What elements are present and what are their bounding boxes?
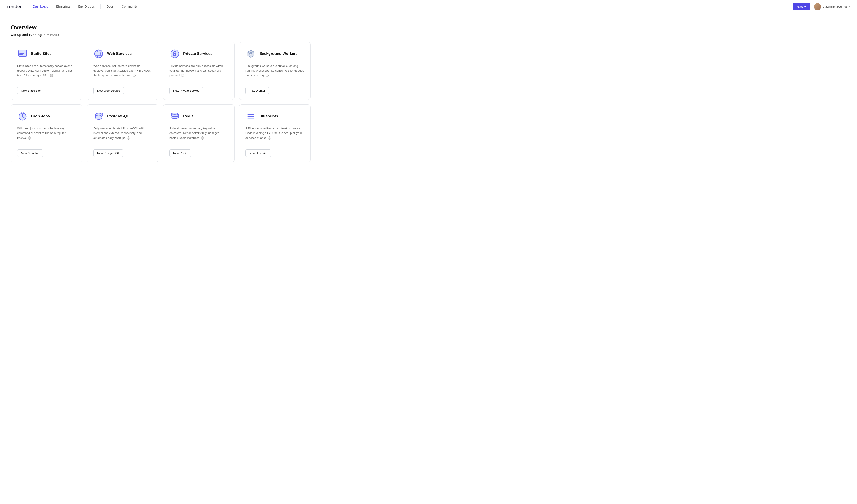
main-content: Overview Get up and running in minutes S… bbox=[0, 13, 321, 181]
btn-background-workers[interactable]: New Worker bbox=[246, 87, 269, 94]
new-button[interactable]: New + bbox=[792, 3, 810, 11]
icon-postgres bbox=[93, 111, 104, 122]
navbar: render DashboardBlueprintsEnv GroupsDocs… bbox=[0, 0, 857, 13]
card-title-redis: Redis bbox=[183, 114, 194, 118]
info-icon-background-workers[interactable]: ⓘ bbox=[266, 74, 269, 77]
card-private-services: Private Services Private services are on… bbox=[163, 42, 235, 100]
page-title: Overview bbox=[11, 24, 311, 31]
svg-rect-26 bbox=[247, 118, 254, 119]
user-area[interactable]: thawkin3@byu.net ▾ bbox=[814, 3, 850, 10]
svg-rect-24 bbox=[247, 114, 254, 115]
card-desc-cron-jobs: With cron jobs you can schedule any comm… bbox=[17, 126, 76, 144]
icon-web bbox=[93, 48, 104, 59]
chevron-down-icon: ▾ bbox=[848, 5, 850, 8]
card-header-background-workers: Background Workers bbox=[246, 48, 304, 59]
icon-cron bbox=[17, 111, 28, 122]
svg-point-16 bbox=[22, 116, 23, 117]
card-desc-web-services: Web services include zero-downtime deplo… bbox=[93, 64, 152, 82]
card-desc-static-sites: Static sites are automatically served ov… bbox=[17, 64, 76, 82]
btn-redis[interactable]: New Redis bbox=[169, 150, 191, 157]
card-postgresql: PostgreSQL Fully-managed hosted PostgreS… bbox=[87, 104, 158, 162]
icon-blueprints bbox=[246, 111, 256, 122]
btn-private-services[interactable]: New Private Service bbox=[169, 87, 203, 94]
nav-link-blueprints[interactable]: Blueprints bbox=[52, 0, 74, 13]
nav-link-docs[interactable]: Docs bbox=[102, 0, 118, 13]
info-icon-redis[interactable]: ⓘ bbox=[201, 137, 204, 140]
card-header-postgresql: PostgreSQL bbox=[93, 111, 152, 122]
logo[interactable]: render bbox=[7, 4, 22, 10]
nav-link-dashboard[interactable]: Dashboard bbox=[29, 0, 52, 13]
card-title-private-services: Private Services bbox=[183, 52, 213, 56]
nav-right: New + thawkin3@byu.net ▾ bbox=[792, 3, 850, 11]
services-grid-top: Static Sites Static sites are automatica… bbox=[11, 42, 311, 100]
svg-point-21 bbox=[171, 117, 178, 119]
card-title-static-sites: Static Sites bbox=[31, 52, 52, 56]
card-cron-jobs: Cron Jobs With cron jobs you can schedul… bbox=[11, 104, 82, 162]
card-title-cron-jobs: Cron Jobs bbox=[31, 114, 50, 118]
card-header-static-sites: Static Sites bbox=[17, 48, 76, 59]
card-desc-blueprints: A Blueprint specifies your Infrastructur… bbox=[246, 126, 304, 144]
btn-static-sites[interactable]: New Static Site bbox=[17, 87, 45, 94]
icon-redis bbox=[169, 111, 180, 122]
card-desc-redis: A cloud based in-memory key value datast… bbox=[169, 126, 228, 144]
icon-private bbox=[169, 48, 180, 59]
card-desc-background-workers: Background workers are suitable for long… bbox=[246, 64, 304, 82]
btn-cron-jobs[interactable]: New Cron Job bbox=[17, 150, 43, 157]
card-redis: Redis A cloud based in-memory key value … bbox=[163, 104, 235, 162]
card-title-background-workers: Background Workers bbox=[259, 52, 298, 56]
card-static-sites: Static Sites Static sites are automatica… bbox=[11, 42, 82, 100]
card-title-web-services: Web Services bbox=[107, 52, 132, 56]
card-title-blueprints: Blueprints bbox=[259, 114, 278, 118]
user-email: thawkin3@byu.net bbox=[823, 5, 847, 8]
card-header-blueprints: Blueprints bbox=[246, 111, 304, 122]
card-header-cron-jobs: Cron Jobs bbox=[17, 111, 76, 122]
svg-rect-2 bbox=[19, 53, 24, 53]
card-header-private-services: Private Services bbox=[169, 48, 228, 59]
svg-rect-25 bbox=[247, 116, 254, 117]
svg-rect-3 bbox=[19, 54, 22, 55]
info-icon-cron-jobs[interactable]: ⓘ bbox=[28, 137, 31, 140]
svg-rect-1 bbox=[19, 52, 26, 52]
section-subtitle: Get up and running in minutes bbox=[11, 33, 311, 37]
card-web-services: Web Services Web services include zero-d… bbox=[87, 42, 158, 100]
info-icon-web-services[interactable]: ⓘ bbox=[133, 74, 136, 77]
icon-worker bbox=[246, 48, 256, 59]
plus-icon: + bbox=[804, 5, 806, 9]
card-header-redis: Redis bbox=[169, 111, 228, 122]
card-background-workers: Background Workers Background workers ar… bbox=[239, 42, 311, 100]
info-icon-blueprints[interactable]: ⓘ bbox=[268, 137, 271, 140]
icon-static bbox=[17, 48, 28, 59]
card-desc-postgresql: Fully-managed hosted PostgreSQL with int… bbox=[93, 126, 152, 144]
card-title-postgresql: PostgreSQL bbox=[107, 114, 129, 118]
btn-blueprints[interactable]: New Blueprint bbox=[246, 150, 271, 157]
card-desc-private-services: Private services are only accessible wit… bbox=[169, 64, 228, 82]
card-blueprints: Blueprints A Blueprint specifies your In… bbox=[239, 104, 311, 162]
services-grid-bottom: Cron Jobs With cron jobs you can schedul… bbox=[11, 104, 311, 162]
nav-link-community[interactable]: Community bbox=[118, 0, 141, 13]
btn-web-services[interactable]: New Web Service bbox=[93, 87, 124, 94]
nav-links: DashboardBlueprintsEnv GroupsDocsCommuni… bbox=[29, 0, 792, 13]
nav-divider bbox=[100, 4, 101, 10]
card-header-web-services: Web Services bbox=[93, 48, 152, 59]
info-icon-private-services[interactable]: ⓘ bbox=[181, 74, 184, 77]
info-icon-postgresql[interactable]: ⓘ bbox=[127, 137, 130, 140]
svg-point-11 bbox=[174, 54, 175, 55]
btn-postgresql[interactable]: New PostgreSQL bbox=[93, 150, 123, 157]
svg-point-18 bbox=[96, 113, 102, 116]
info-icon-static-sites[interactable]: ⓘ bbox=[50, 74, 53, 77]
avatar bbox=[814, 3, 821, 10]
nav-link-env-groups[interactable]: Env Groups bbox=[74, 0, 99, 13]
